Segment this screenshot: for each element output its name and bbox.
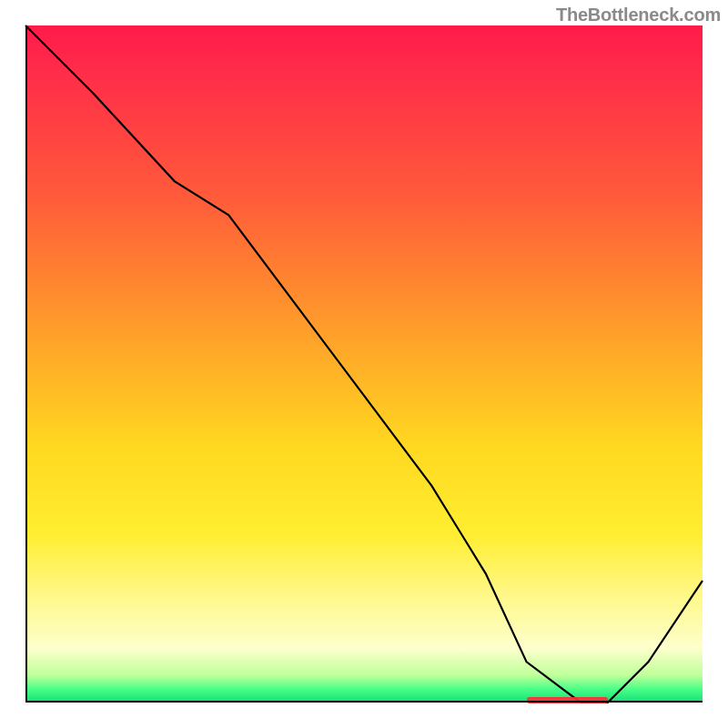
chart-container: TheBottleneck.com	[0, 0, 728, 728]
optimal-range-marker	[527, 697, 608, 703]
bottleneck-curve-path	[25, 25, 703, 703]
curve-svg	[25, 25, 703, 703]
watermark-text: TheBottleneck.com	[556, 5, 721, 25]
plot-area	[25, 25, 703, 703]
